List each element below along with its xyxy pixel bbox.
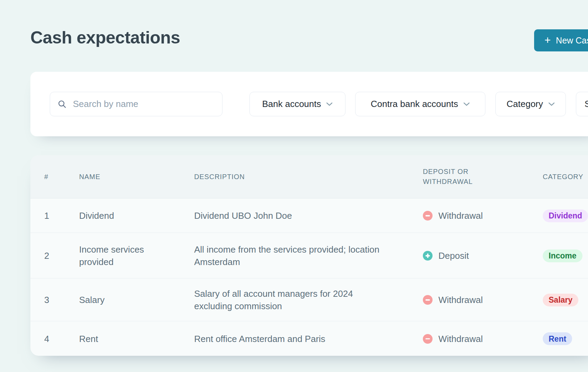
search-box[interactable] (50, 92, 222, 116)
row-category: Salary (543, 278, 578, 321)
category-badge: Income (543, 249, 582, 262)
row-description: Salary of all account managers for 2024 … (194, 278, 353, 321)
row-number: 1 (44, 198, 49, 233)
table-row[interactable]: 1 Dividend Dividend UBO John Doe Withdra… (30, 198, 588, 233)
column-header-direction: DEPOSIT OR WITHDRAWAL (423, 155, 473, 198)
new-cash-expectation-button[interactable]: + New Cas (534, 29, 588, 51)
column-header-description: DESCRIPTION (194, 155, 245, 198)
category-filter-label: Category (506, 99, 543, 109)
table-row[interactable]: 2 Income services provided All income fr… (30, 233, 588, 278)
row-direction: Withdrawal (423, 321, 483, 356)
row-name: Dividend (79, 198, 114, 233)
contra-bank-accounts-filter[interactable]: Contra bank accounts (355, 92, 485, 116)
row-category: Rent (543, 321, 572, 356)
plus-icon: + (544, 35, 551, 46)
row-direction: Withdrawal (423, 198, 483, 233)
category-badge: Rent (543, 332, 572, 345)
withdrawal-icon (423, 295, 433, 305)
row-category: Income (543, 233, 582, 278)
bank-accounts-label: Bank accounts (262, 99, 321, 109)
table-row[interactable]: 3 Salary Salary of all account managers … (30, 278, 588, 321)
clipped-filter[interactable]: S (576, 92, 588, 116)
row-direction: Withdrawal (423, 278, 483, 321)
row-category: Dividend (543, 198, 588, 233)
new-button-label: New Cas (556, 36, 588, 46)
direction-label: Withdrawal (438, 294, 483, 306)
contra-bank-accounts-label: Contra bank accounts (371, 99, 458, 109)
category-filter[interactable]: Category (495, 92, 566, 116)
row-description: Dividend UBO John Doe (194, 198, 292, 233)
chevron-down-icon (326, 102, 333, 106)
direction-label: Withdrawal (438, 333, 483, 345)
deposit-icon (423, 251, 433, 261)
column-header-num: # (44, 155, 48, 198)
search-icon (57, 99, 67, 109)
table-row[interactable]: 4 Rent Rent office Amsterdam and Paris W… (30, 321, 588, 356)
row-description: Rent office Amsterdam and Paris (194, 321, 325, 356)
row-number: 3 (44, 278, 49, 321)
category-badge: Salary (543, 294, 578, 306)
row-description: All income from the services provided; l… (194, 233, 379, 278)
column-header-category: CATEGORY (543, 155, 584, 198)
row-name: Rent (79, 321, 98, 356)
withdrawal-icon (423, 211, 433, 221)
row-number: 2 (44, 233, 49, 278)
row-name: Income services provided (79, 233, 144, 278)
withdrawal-icon (423, 334, 433, 344)
table-header: # NAME DESCRIPTION DEPOSIT OR WITHDRAWAL… (30, 155, 588, 198)
page-title: Cash expectations (30, 28, 180, 48)
search-input[interactable] (72, 98, 215, 110)
row-number: 4 (44, 321, 49, 356)
category-badge: Dividend (543, 209, 588, 222)
row-name: Salary (79, 278, 105, 321)
clipped-filter-label: S (585, 99, 588, 109)
chevron-down-icon (463, 102, 470, 106)
direction-label: Deposit (438, 249, 469, 262)
filter-bar: Bank accounts Contra bank accounts Categ… (30, 72, 588, 136)
direction-label: Withdrawal (438, 209, 483, 222)
chevron-down-icon (548, 102, 555, 106)
cash-expectations-page: Cash expectations + New Cas Bank account… (0, 0, 588, 372)
bank-accounts-filter[interactable]: Bank accounts (249, 92, 345, 116)
column-header-name: NAME (79, 155, 100, 198)
row-direction: Deposit (423, 233, 469, 278)
cash-expectations-table: # NAME DESCRIPTION DEPOSIT OR WITHDRAWAL… (30, 155, 588, 356)
